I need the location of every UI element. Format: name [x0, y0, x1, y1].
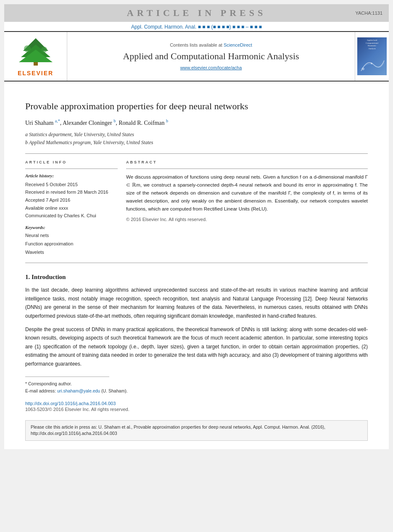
- journal-url[interactable]: www.elsevier.com/locate/acha: [180, 65, 242, 70]
- contents-label: Contents lists available at: [170, 42, 222, 47]
- page: ARTICLE IN PRESS YACHA:1131 Appl. Comput…: [4, 4, 389, 449]
- cover-decoration: [359, 54, 385, 73]
- author-ronald: Ronald R. Coifman b: [119, 120, 168, 126]
- intro-paragraph-2: Despite the great success of DNNs in man…: [25, 325, 368, 368]
- revised-date: Received in revised form 28 March 2016: [25, 188, 118, 196]
- email-suffix: (U. Shaham).: [101, 388, 127, 393]
- intro-p1-text: In the last decade, deep learning algori…: [25, 287, 368, 319]
- authors-line: Uri Shaham a,*, Alexander Cloninger b, R…: [25, 119, 368, 127]
- section-title-text: Introduction: [32, 274, 66, 280]
- elsevier-label: ELSEVIER: [18, 70, 53, 76]
- svg-point-4: [24, 45, 31, 52]
- abstract-header: ABSTRACT: [126, 160, 368, 164]
- intro-paragraph-1: In the last decade, deep learning algori…: [25, 286, 368, 320]
- affiliation-a: a Statistics department, Yale University…: [25, 131, 368, 139]
- article-info-header: ARTICLE INFO: [25, 160, 118, 164]
- svg-point-5: [41, 47, 47, 53]
- accepted-date: Accepted 7 April 2016: [25, 196, 118, 204]
- article-info-col: ARTICLE INFO Article history: Received 5…: [25, 160, 118, 257]
- issn-text: 1063-5203/© 2016 Elsevier Inc. All right…: [25, 407, 368, 412]
- communicated-by: Communicated by Charles K. Chui: [25, 212, 118, 220]
- abstract-text: We discuss approximation of functions us…: [126, 173, 368, 213]
- article-content: Provable approximation properties for de…: [4, 82, 389, 449]
- article-in-press-banner: ARTICLE IN PRESS YACHA:1131: [4, 4, 389, 22]
- abstract-col: ABSTRACT We discuss approximation of fun…: [126, 160, 368, 257]
- section-number: 1.: [25, 274, 30, 280]
- keyword-function-approx: Function approximation: [25, 240, 118, 248]
- aip-text: ARTICLE IN PRESS: [127, 8, 266, 18]
- main-header: ELSEVIER Contents lists available at Sci…: [4, 31, 389, 82]
- keyword-wavelets: Wavelets: [25, 248, 118, 257]
- cover-img-text: Applied andComputationalHarmonicAnalysis: [366, 39, 378, 50]
- doi-section: http://dx.doi.org/10.1016/j.acha.2016.04…: [25, 401, 368, 406]
- footnote-section: * Corresponding author. E-mail address: …: [25, 380, 368, 395]
- svg-point-8: [371, 63, 372, 64]
- yacha-badge: YACHA:1131: [355, 11, 382, 16]
- cover-image: Applied andComputationalHarmonicAnalysis: [357, 37, 387, 75]
- journal-name-section: Contents lists available at ScienceDirec…: [67, 32, 355, 81]
- keyword-neural-nets: Neural nets: [25, 232, 118, 240]
- svg-point-6: [33, 40, 38, 45]
- journal-header-line: Appl. Comput. Harmon. Anal. ■ ■ ■ (■ ■ ■…: [4, 22, 389, 31]
- email-line: E-mail address: uri.shaham@yale.edu (U. …: [25, 387, 368, 395]
- sciencedirect-link[interactable]: ScienceDirect: [224, 42, 252, 47]
- citation-text: Please cite this article in press as: U.…: [31, 424, 325, 436]
- contents-line: Contents lists available at ScienceDirec…: [170, 42, 252, 47]
- info-divider: [25, 169, 118, 169]
- copyright-line: © 2016 Elsevier Inc. All rights reserved…: [126, 217, 368, 222]
- introduction-heading: 1. Introduction: [25, 274, 368, 281]
- received-date: Received 5 October 2015: [25, 181, 118, 189]
- abstract-divider: [126, 169, 368, 169]
- footnote-divider: [25, 377, 109, 377]
- logo-section: ELSEVIER: [4, 32, 67, 81]
- affiliation-b: b Applied Mathematics program, Yale Univ…: [25, 139, 368, 147]
- email-label: E-mail address:: [25, 388, 56, 393]
- email-link[interactable]: uri.shaham@yale.edu: [57, 388, 100, 393]
- divider-middle: [25, 263, 368, 263]
- online-date: Available online xxxx: [25, 204, 118, 212]
- author-alexander: Alexander Cloninger b,: [63, 120, 117, 126]
- divider-top: [25, 153, 368, 154]
- history-label: Article history:: [25, 173, 118, 178]
- two-column-section: ARTICLE INFO Article history: Received 5…: [25, 160, 368, 257]
- svg-point-7: [362, 68, 364, 70]
- journal-cover: Applied andComputationalHarmonicAnalysis: [355, 32, 389, 81]
- article-title: Provable approximation properties for de…: [25, 100, 368, 113]
- journal-citation-line: Appl. Comput. Harmon. Anal. ■ ■ ■ (■ ■ ■…: [131, 24, 262, 30]
- author-uri: Uri Shaham a,*,: [25, 120, 61, 126]
- affiliations: a Statistics department, Yale University…: [25, 131, 368, 147]
- doi-link[interactable]: http://dx.doi.org/10.1016/j.acha.2016.04…: [25, 401, 116, 406]
- journal-title: Applied and Computational Harmonic Analy…: [123, 51, 299, 62]
- keywords-label: Keywords:: [25, 225, 118, 230]
- citation-box: Please cite this article in press as: U.…: [25, 420, 368, 441]
- corresponding-author-note: * Corresponding author.: [25, 380, 368, 387]
- elsevier-logo-svg: [17, 36, 55, 68]
- intro-p2-text: Despite the great success of DNNs in man…: [25, 327, 368, 367]
